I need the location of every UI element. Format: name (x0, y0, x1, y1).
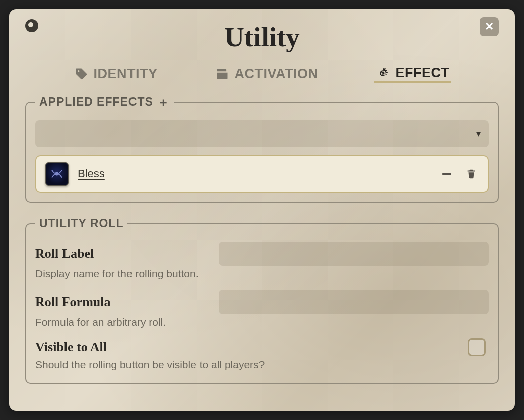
roll-formula-input[interactable] (219, 290, 489, 314)
effect-select[interactable]: ▾ (35, 120, 489, 147)
page-title: Utility (25, 21, 499, 53)
sun-gear-icon (376, 66, 390, 80)
tab-activation[interactable]: ACTIVATION (213, 65, 320, 83)
roll-formula-label: Roll Formula (35, 294, 207, 310)
svg-point-0 (56, 173, 58, 175)
roll-label-label: Roll Label (35, 246, 207, 261)
tag-icon (74, 67, 88, 81)
tab-identity[interactable]: IDENTITY (72, 65, 159, 83)
visible-all-hint: Should the rolling button be visible to … (35, 358, 489, 371)
tabs-bar: IDENTITY ACTIVATION EFFECT (45, 64, 479, 83)
roll-formula-hint: Formula for an arbitrary roll. (35, 316, 489, 328)
add-effect-button[interactable]: ＋ (157, 96, 170, 108)
disable-effect-button[interactable]: − (439, 166, 454, 182)
applied-effects-legend: APPLIED EFFECTS ＋ (35, 95, 174, 109)
close-icon: ✕ (485, 20, 494, 33)
effect-name-link[interactable]: Bless (78, 167, 105, 181)
bless-icon (49, 166, 64, 182)
theme-toggle-icon[interactable] (25, 19, 38, 32)
effect-thumbnail[interactable] (45, 162, 69, 186)
applied-effects-legend-text: APPLIED EFFECTS (39, 95, 153, 109)
visible-all-label: Visible to All (35, 340, 468, 355)
tab-effect-label: EFFECT (395, 65, 449, 81)
roll-label-hint: Display name for the rolling button. (35, 268, 489, 280)
chevron-down-icon: ▾ (476, 128, 481, 139)
clapper-icon (215, 67, 229, 81)
applied-effects-section: APPLIED EFFECTS ＋ ▾ Bless − (25, 95, 499, 203)
trash-icon (466, 168, 477, 180)
visible-all-checkbox[interactable] (468, 338, 486, 356)
tab-effect[interactable]: EFFECT (374, 64, 451, 83)
tab-activation-label: ACTIVATION (234, 66, 318, 82)
effect-row: Bless − (35, 155, 489, 193)
close-button[interactable]: ✕ (480, 17, 499, 36)
utility-sheet-window: ✕ Utility IDENTITY ACTIVATION EFFECT APP… (9, 9, 515, 411)
roll-label-input[interactable] (219, 242, 489, 266)
tab-identity-label: IDENTITY (93, 66, 157, 82)
delete-effect-button[interactable] (464, 166, 479, 182)
utility-roll-section: UTILITY ROLL Roll Label Display name for… (25, 217, 499, 384)
utility-roll-legend: UTILITY ROLL (35, 217, 127, 230)
